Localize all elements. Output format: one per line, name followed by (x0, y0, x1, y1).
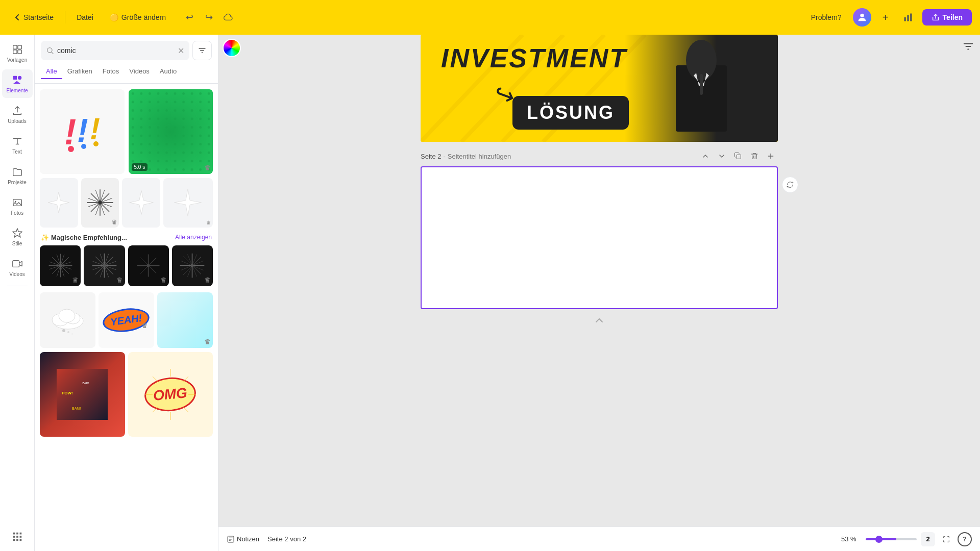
share-button[interactable]: Teilen (922, 9, 972, 26)
canvas-filter-button[interactable] (963, 41, 974, 54)
chevron-left-icon (13, 13, 21, 21)
tab-alle[interactable]: Alle (41, 64, 62, 79)
element-yeah-badge[interactable]: YEAH! ♛ (99, 292, 154, 348)
filter-icon (198, 46, 206, 55)
tab-fotos-label: Fotos (103, 67, 119, 75)
redo-button[interactable]: ↪ (201, 9, 217, 26)
page-count-badge[interactable]: 2 (921, 532, 935, 546)
svg-rect-20 (13, 539, 15, 541)
element-star-white[interactable] (40, 178, 78, 228)
avatar[interactable] (853, 8, 871, 27)
element-omg-badge[interactable]: OMG (128, 352, 213, 437)
page2-canvas[interactable] (421, 166, 778, 309)
sidebar-item-elemente[interactable]: Elemente (2, 69, 33, 98)
rec-item-1[interactable]: ♛ (40, 245, 81, 286)
svg-rect-14 (13, 533, 15, 535)
sidebar-item-stile[interactable]: Stile (2, 222, 33, 251)
search-input[interactable] (57, 46, 175, 55)
size-change-button[interactable]: 🟡 Größe ändern (105, 10, 171, 24)
page2-label: Seite 2 (421, 153, 441, 160)
undo-button[interactable]: ↩ (181, 9, 198, 26)
sidebar-item-projekte[interactable]: Projekte (2, 161, 33, 190)
sidebar-item-fotos[interactable]: Fotos (2, 192, 33, 220)
fullscreen-button[interactable] (939, 532, 953, 546)
svg-rect-17 (13, 536, 15, 538)
svg-rect-11 (13, 199, 21, 206)
element-comic-exclamation[interactable]: ! ! ! (40, 89, 125, 174)
tab-grafiken-label: Grafiken (67, 67, 92, 75)
star-white-svg (46, 190, 71, 215)
back-button[interactable]: Startseite (8, 10, 59, 24)
tab-audio[interactable]: Audio (155, 64, 182, 79)
sidebar: Vorlagen Elemente Uploads Text Projekte (0, 35, 35, 551)
element-gradient-box[interactable]: ♛ (157, 292, 213, 348)
svg-rect-21 (16, 539, 18, 541)
comic-scene-svg: POW! ZAP! BAM! (52, 369, 113, 420)
element-comic-photo[interactable]: POW! ZAP! BAM! (40, 352, 125, 437)
section-title-recommended: ✨ Magische Empfehlung... (41, 234, 127, 241)
page1-content: INVESTMENT LÖSUNG ↩ (421, 35, 778, 142)
page-delete-button[interactable] (747, 149, 762, 163)
save-cloud-button[interactable] (220, 9, 236, 26)
problem-button[interactable]: Problem? (806, 10, 847, 24)
chevron-down-icon (718, 152, 726, 160)
omg-rays-svg (140, 364, 201, 425)
video-icon (12, 258, 23, 269)
page-collapse-down-button[interactable] (715, 149, 729, 163)
text-icon (12, 136, 23, 147)
page-collapse-up-button[interactable] (698, 149, 713, 163)
rec-item-2[interactable]: ♛ (84, 245, 125, 286)
sidebar-item-vorlagen[interactable]: Vorlagen (2, 39, 33, 67)
element-starburst-dark[interactable]: ♛ ♛ (81, 178, 119, 228)
canvas-container[interactable]: INVESTMENT LÖSUNG ↩ (218, 35, 980, 527)
element-cloud[interactable] (40, 292, 95, 348)
notes-button[interactable]: Notizen (227, 535, 259, 543)
element-star-white3[interactable]: ♛ (163, 178, 213, 228)
element-star-white2[interactable] (122, 178, 160, 228)
sidebar-item-text[interactable]: Text (2, 131, 33, 159)
recommended-all-link[interactable]: Alle anzeigen (175, 234, 212, 241)
tab-videos[interactable]: Videos (124, 64, 155, 79)
sidebar-label-elemente: Elemente (6, 88, 28, 93)
rec-item-3[interactable]: ♛ (128, 245, 169, 286)
help-button[interactable]: ? (958, 532, 972, 546)
sidebar-item-pattern[interactable] (2, 522, 33, 551)
rec-item-4[interactable]: ♛ (172, 245, 213, 286)
rotate-button[interactable] (782, 177, 798, 193)
svg-point-49 (59, 264, 62, 267)
grid-icon (12, 44, 23, 55)
sidebar-item-videos[interactable]: Videos (2, 253, 33, 282)
page2-scroll-indicator (421, 314, 778, 327)
back-label: Startseite (23, 13, 54, 21)
sidebar-label-videos: Videos (9, 271, 24, 277)
zoom-controls: 53 % 2 ? (841, 532, 972, 546)
svg-rect-7 (17, 49, 21, 53)
page-indicator: Seite 2 von 2 (267, 535, 306, 543)
page-title-input[interactable] (448, 153, 533, 160)
stats-button[interactable] (900, 9, 916, 26)
svg-rect-15 (16, 533, 18, 535)
avatar-icon (856, 12, 868, 23)
page1-canvas[interactable]: INVESTMENT LÖSUNG ↩ (421, 35, 778, 142)
share-icon (932, 13, 940, 21)
star-white3-svg (173, 188, 203, 217)
page-count-label: 2 (926, 535, 929, 543)
tab-grafiken[interactable]: Grafiken (62, 64, 97, 79)
tab-fotos[interactable]: Fotos (97, 64, 125, 79)
page-duplicate-button[interactable] (731, 149, 745, 163)
file-menu-button[interactable]: Datei (71, 10, 99, 24)
halftone-svg (129, 89, 213, 174)
page-add-button[interactable] (764, 149, 778, 163)
search-clear-button[interactable]: ✕ (178, 46, 184, 56)
rec-starburst-1 (46, 252, 75, 280)
header-divider (65, 11, 65, 23)
add-button[interactable]: + (877, 9, 894, 26)
svg-rect-3 (910, 14, 912, 21)
sidebar-item-uploads[interactable]: Uploads (2, 100, 33, 129)
element-green-halftone-video[interactable]: 5.0 s ▶ ♛ (129, 89, 213, 174)
color-circle[interactable] (223, 39, 241, 57)
search-filter-button[interactable] (192, 41, 212, 60)
zoom-slider[interactable] (866, 538, 917, 540)
fullscreen-icon (942, 535, 950, 543)
color-palette[interactable] (223, 39, 241, 57)
